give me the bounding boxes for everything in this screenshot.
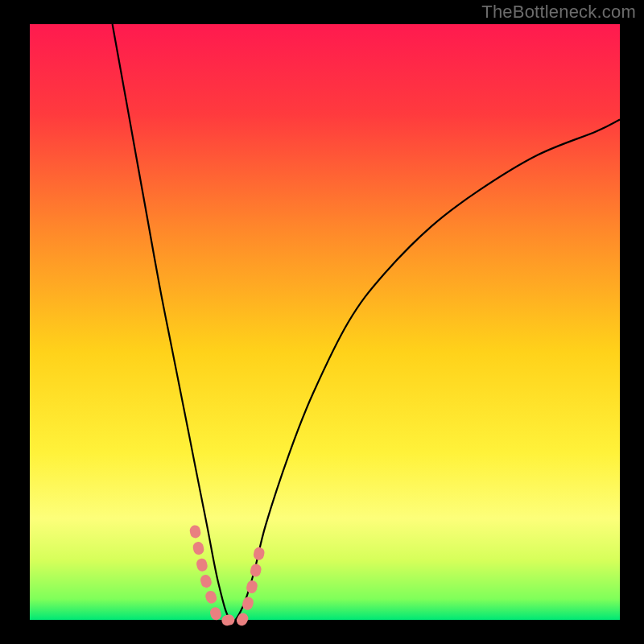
watermark-text: TheBottleneck.com [481, 2, 636, 23]
chart-frame: TheBottleneck.com [0, 0, 644, 644]
plot-background [30, 24, 620, 620]
bottleneck-chart [0, 0, 644, 644]
